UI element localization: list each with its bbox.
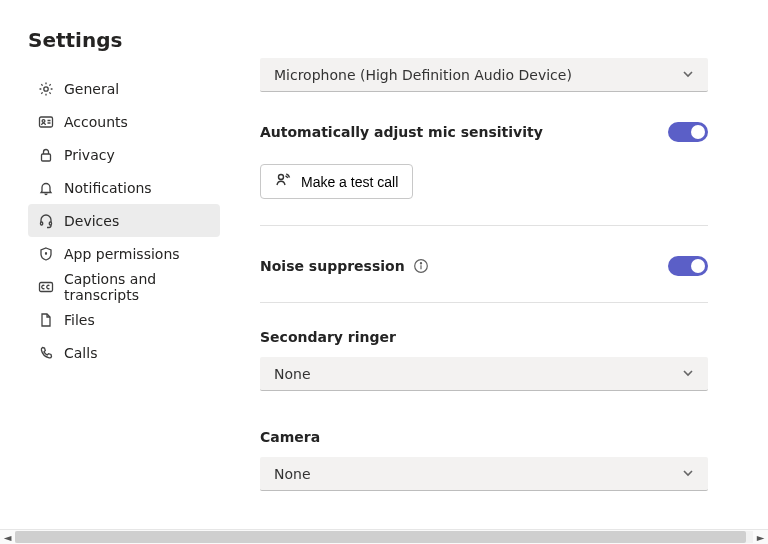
cc-icon <box>38 279 54 295</box>
make-test-call-button[interactable]: Make a test call <box>260 164 413 199</box>
divider <box>260 225 708 226</box>
gear-icon <box>38 81 54 97</box>
svg-rect-3 <box>42 154 51 161</box>
svg-point-10 <box>420 263 421 264</box>
camera-select-value: None <box>274 466 311 482</box>
chevron-down-icon <box>682 58 694 92</box>
sidebar-item-devices[interactable]: Devices <box>28 204 220 237</box>
settings-main-panel: Microphone (High Definition Audio Device… <box>220 28 768 529</box>
sidebar-item-general[interactable]: General <box>28 72 220 105</box>
horizontal-scrollbar[interactable]: ◄ ► <box>0 529 768 544</box>
sidebar-item-label: Files <box>64 312 95 328</box>
headset-icon <box>38 213 54 229</box>
sidebar-item-label: Privacy <box>64 147 115 163</box>
sidebar-item-accounts[interactable]: Accounts <box>28 105 220 138</box>
svg-point-0 <box>44 86 48 90</box>
svg-point-8 <box>279 175 284 180</box>
sidebar-item-app-permissions[interactable]: App permissions <box>28 237 220 270</box>
phone-icon <box>38 345 54 361</box>
sidebar-item-captions-transcripts[interactable]: Captions and transcripts <box>28 270 220 303</box>
noise-suppression-label: Noise suppression <box>260 258 429 274</box>
sidebar-item-label: Captions and transcripts <box>64 271 210 303</box>
sidebar-item-label: App permissions <box>64 246 180 262</box>
camera-select[interactable]: None <box>260 457 708 491</box>
secondary-ringer-heading: Secondary ringer <box>260 329 708 345</box>
id-card-icon <box>38 114 54 130</box>
svg-point-6 <box>46 253 47 254</box>
microphone-select[interactable]: Microphone (High Definition Audio Device… <box>260 58 708 92</box>
svg-point-2 <box>42 119 45 122</box>
make-test-call-label: Make a test call <box>301 174 398 190</box>
sidebar-item-label: Calls <box>64 345 97 361</box>
svg-rect-1 <box>40 117 53 127</box>
auto-adjust-mic-label: Automatically adjust mic sensitivity <box>260 124 543 140</box>
svg-rect-4 <box>41 222 43 225</box>
sidebar-item-label: General <box>64 81 119 97</box>
file-icon <box>38 312 54 328</box>
svg-rect-5 <box>49 222 51 225</box>
scroll-right-arrow[interactable]: ► <box>753 532 768 543</box>
microphone-select-value: Microphone (High Definition Audio Device… <box>274 67 572 83</box>
lock-icon <box>38 147 54 163</box>
sidebar-item-files[interactable]: Files <box>28 303 220 336</box>
scroll-left-arrow[interactable]: ◄ <box>0 532 15 543</box>
bell-icon <box>38 180 54 196</box>
shield-icon <box>38 246 54 262</box>
divider <box>260 302 708 303</box>
scroll-thumb[interactable] <box>15 531 746 543</box>
camera-heading: Camera <box>260 429 708 445</box>
sidebar-item-label: Notifications <box>64 180 152 196</box>
chevron-down-icon <box>682 457 694 491</box>
scroll-track[interactable] <box>15 531 753 543</box>
noise-suppression-toggle[interactable] <box>668 256 708 276</box>
sidebar-item-notifications[interactable]: Notifications <box>28 171 220 204</box>
page-title: Settings <box>28 28 220 52</box>
info-icon[interactable] <box>413 258 429 274</box>
secondary-ringer-select[interactable]: None <box>260 357 708 391</box>
chevron-down-icon <box>682 357 694 391</box>
settings-sidebar: General Accounts Privacy Notifications D… <box>28 72 220 369</box>
person-call-icon <box>275 172 291 191</box>
auto-adjust-mic-toggle[interactable] <box>668 122 708 142</box>
sidebar-item-label: Accounts <box>64 114 128 130</box>
sidebar-item-calls[interactable]: Calls <box>28 336 220 369</box>
sidebar-item-label: Devices <box>64 213 119 229</box>
secondary-ringer-value: None <box>274 366 311 382</box>
sidebar-item-privacy[interactable]: Privacy <box>28 138 220 171</box>
